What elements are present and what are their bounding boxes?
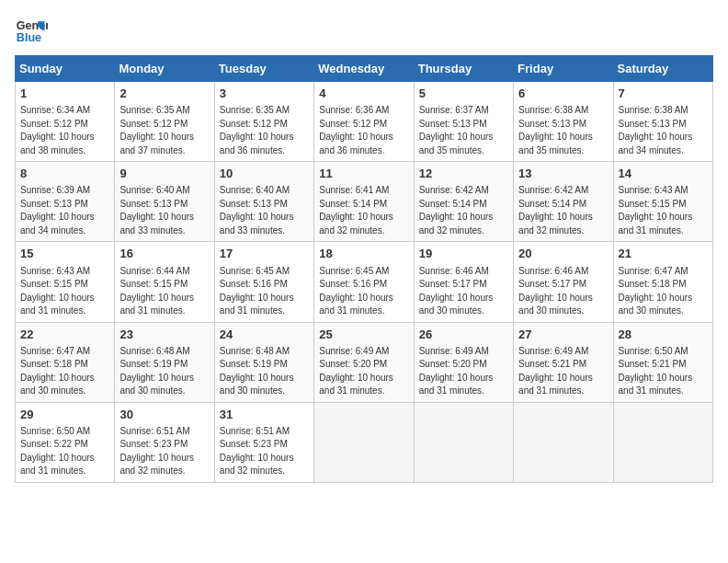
day-info: Sunrise: 6:50 AMSunset: 5:21 PMDaylight:… <box>619 345 708 398</box>
calendar-week-row: 8Sunrise: 6:39 AMSunset: 5:13 PMDaylight… <box>16 162 713 242</box>
calendar-table: SundayMondayTuesdayWednesdayThursdayFrid… <box>15 55 713 483</box>
day-number: 17 <box>220 246 309 262</box>
day-number: 12 <box>419 166 508 182</box>
day-number: 2 <box>119 86 209 102</box>
calendar-day-cell: 6Sunrise: 6:38 AMSunset: 5:13 PMDaylight… <box>514 82 613 162</box>
day-number: 31 <box>220 407 309 423</box>
day-info: Sunrise: 6:47 AMSunset: 5:18 PMDaylight:… <box>619 265 708 318</box>
day-number: 9 <box>119 166 209 182</box>
day-info: Sunrise: 6:44 AMSunset: 5:15 PMDaylight:… <box>119 265 209 318</box>
day-info: Sunrise: 6:36 AMSunset: 5:12 PMDaylight:… <box>319 104 408 157</box>
calendar-day-cell: 22Sunrise: 6:47 AMSunset: 5:18 PMDayligh… <box>16 322 115 402</box>
page-header: General Blue <box>15 15 713 48</box>
calendar-day-cell: 26Sunrise: 6:49 AMSunset: 5:20 PMDayligh… <box>414 322 513 402</box>
calendar-day-cell: 28Sunrise: 6:50 AMSunset: 5:21 PMDayligh… <box>613 322 712 402</box>
day-info: Sunrise: 6:39 AMSunset: 5:13 PMDaylight:… <box>20 184 109 237</box>
day-number: 10 <box>220 166 309 182</box>
day-header-friday: Friday <box>514 56 613 82</box>
day-number: 7 <box>619 86 708 102</box>
day-info: Sunrise: 6:48 AMSunset: 5:19 PMDaylight:… <box>220 345 309 398</box>
day-info: Sunrise: 6:50 AMSunset: 5:22 PMDaylight:… <box>20 425 109 478</box>
calendar-day-cell: 25Sunrise: 6:49 AMSunset: 5:20 PMDayligh… <box>314 322 414 402</box>
day-info: Sunrise: 6:46 AMSunset: 5:17 PMDaylight:… <box>518 265 608 318</box>
calendar-day-cell <box>314 402 414 482</box>
day-number: 11 <box>319 166 408 182</box>
day-info: Sunrise: 6:40 AMSunset: 5:13 PMDaylight:… <box>119 184 209 237</box>
calendar-day-cell: 14Sunrise: 6:43 AMSunset: 5:15 PMDayligh… <box>613 162 712 242</box>
day-info: Sunrise: 6:37 AMSunset: 5:13 PMDaylight:… <box>419 104 508 157</box>
day-info: Sunrise: 6:35 AMSunset: 5:12 PMDaylight:… <box>119 104 209 157</box>
calendar-day-cell: 20Sunrise: 6:46 AMSunset: 5:17 PMDayligh… <box>514 242 613 322</box>
calendar-day-cell <box>514 402 613 482</box>
calendar-day-cell: 17Sunrise: 6:45 AMSunset: 5:16 PMDayligh… <box>214 242 313 322</box>
day-info: Sunrise: 6:45 AMSunset: 5:16 PMDaylight:… <box>319 265 408 318</box>
calendar-day-cell: 30Sunrise: 6:51 AMSunset: 5:23 PMDayligh… <box>115 402 214 482</box>
day-number: 28 <box>619 327 708 343</box>
day-number: 26 <box>419 327 508 343</box>
day-info: Sunrise: 6:43 AMSunset: 5:15 PMDaylight:… <box>20 265 109 318</box>
day-info: Sunrise: 6:41 AMSunset: 5:14 PMDaylight:… <box>319 184 408 237</box>
day-number: 20 <box>518 246 608 262</box>
calendar-day-cell: 21Sunrise: 6:47 AMSunset: 5:18 PMDayligh… <box>613 242 712 322</box>
day-header-wednesday: Wednesday <box>314 56 414 82</box>
day-info: Sunrise: 6:51 AMSunset: 5:23 PMDaylight:… <box>119 425 209 478</box>
calendar-week-row: 22Sunrise: 6:47 AMSunset: 5:18 PMDayligh… <box>16 322 713 402</box>
day-info: Sunrise: 6:45 AMSunset: 5:16 PMDaylight:… <box>220 265 309 318</box>
day-number: 25 <box>319 327 408 343</box>
day-number: 24 <box>220 327 309 343</box>
calendar-day-cell: 16Sunrise: 6:44 AMSunset: 5:15 PMDayligh… <box>115 242 214 322</box>
calendar-day-cell: 10Sunrise: 6:40 AMSunset: 5:13 PMDayligh… <box>214 162 313 242</box>
calendar-day-cell: 5Sunrise: 6:37 AMSunset: 5:13 PMDaylight… <box>414 82 513 162</box>
calendar-header-row: SundayMondayTuesdayWednesdayThursdayFrid… <box>16 56 713 82</box>
day-header-tuesday: Tuesday <box>214 56 313 82</box>
day-info: Sunrise: 6:40 AMSunset: 5:13 PMDaylight:… <box>220 184 309 237</box>
day-info: Sunrise: 6:43 AMSunset: 5:15 PMDaylight:… <box>619 184 708 237</box>
calendar-day-cell: 15Sunrise: 6:43 AMSunset: 5:15 PMDayligh… <box>16 242 115 322</box>
calendar-day-cell: 23Sunrise: 6:48 AMSunset: 5:19 PMDayligh… <box>115 322 214 402</box>
day-number: 13 <box>518 166 608 182</box>
logo: General Blue <box>15 15 48 48</box>
calendar-day-cell: 24Sunrise: 6:48 AMSunset: 5:19 PMDayligh… <box>214 322 313 402</box>
calendar-day-cell: 4Sunrise: 6:36 AMSunset: 5:12 PMDaylight… <box>314 82 414 162</box>
day-number: 5 <box>419 86 508 102</box>
day-info: Sunrise: 6:38 AMSunset: 5:13 PMDaylight:… <box>518 104 608 157</box>
calendar-day-cell: 27Sunrise: 6:49 AMSunset: 5:21 PMDayligh… <box>514 322 613 402</box>
calendar-day-cell <box>613 402 712 482</box>
day-number: 21 <box>619 246 708 262</box>
calendar-day-cell: 7Sunrise: 6:38 AMSunset: 5:13 PMDaylight… <box>613 82 712 162</box>
calendar-day-cell: 8Sunrise: 6:39 AMSunset: 5:13 PMDaylight… <box>16 162 115 242</box>
day-info: Sunrise: 6:47 AMSunset: 5:18 PMDaylight:… <box>20 345 109 398</box>
calendar-week-row: 15Sunrise: 6:43 AMSunset: 5:15 PMDayligh… <box>16 242 713 322</box>
day-number: 16 <box>119 246 209 262</box>
day-number: 18 <box>319 246 408 262</box>
day-header-saturday: Saturday <box>613 56 712 82</box>
calendar-day-cell: 29Sunrise: 6:50 AMSunset: 5:22 PMDayligh… <box>16 402 115 482</box>
calendar-day-cell: 18Sunrise: 6:45 AMSunset: 5:16 PMDayligh… <box>314 242 414 322</box>
day-number: 23 <box>119 327 209 343</box>
logo-icon: General Blue <box>15 15 48 48</box>
day-header-thursday: Thursday <box>414 56 513 82</box>
day-info: Sunrise: 6:49 AMSunset: 5:20 PMDaylight:… <box>319 345 408 398</box>
day-number: 3 <box>220 86 309 102</box>
day-header-monday: Monday <box>115 56 214 82</box>
day-info: Sunrise: 6:35 AMSunset: 5:12 PMDaylight:… <box>220 104 309 157</box>
day-number: 8 <box>20 166 109 182</box>
day-number: 14 <box>619 166 708 182</box>
day-number: 30 <box>119 407 209 423</box>
calendar-day-cell: 3Sunrise: 6:35 AMSunset: 5:12 PMDaylight… <box>214 82 313 162</box>
calendar-day-cell: 31Sunrise: 6:51 AMSunset: 5:23 PMDayligh… <box>214 402 313 482</box>
day-number: 4 <box>319 86 408 102</box>
day-number: 19 <box>419 246 508 262</box>
day-info: Sunrise: 6:48 AMSunset: 5:19 PMDaylight:… <box>119 345 209 398</box>
day-info: Sunrise: 6:51 AMSunset: 5:23 PMDaylight:… <box>220 425 309 478</box>
day-number: 27 <box>518 327 608 343</box>
day-number: 6 <box>518 86 608 102</box>
day-info: Sunrise: 6:38 AMSunset: 5:13 PMDaylight:… <box>619 104 708 157</box>
day-number: 29 <box>20 407 109 423</box>
day-info: Sunrise: 6:34 AMSunset: 5:12 PMDaylight:… <box>20 104 109 157</box>
calendar-day-cell: 11Sunrise: 6:41 AMSunset: 5:14 PMDayligh… <box>314 162 414 242</box>
calendar-day-cell <box>414 402 513 482</box>
calendar-day-cell: 1Sunrise: 6:34 AMSunset: 5:12 PMDaylight… <box>16 82 115 162</box>
day-info: Sunrise: 6:49 AMSunset: 5:20 PMDaylight:… <box>419 345 508 398</box>
calendar-day-cell: 2Sunrise: 6:35 AMSunset: 5:12 PMDaylight… <box>115 82 214 162</box>
